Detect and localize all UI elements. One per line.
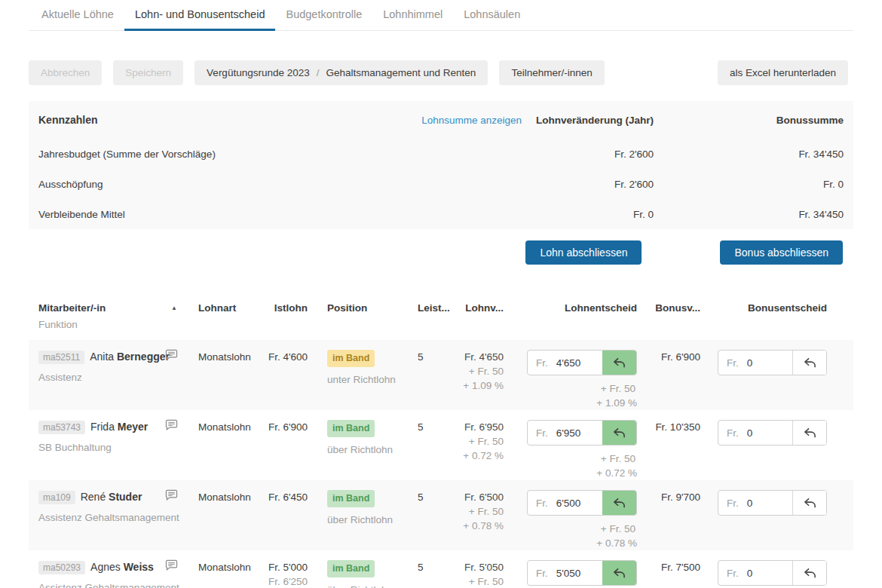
finalize-actions: Lohn abschliessen Bonus abschliessen: [29, 240, 843, 265]
column-header-lohnart[interactable]: Lohnart: [198, 302, 255, 314]
leistung-value: 5: [418, 346, 451, 364]
breadcrumb-round[interactable]: Vergütungsrunde 2023: [207, 67, 310, 78]
breadcrumb-unit[interactable]: Gehaltsmanagement und Renten: [326, 67, 476, 78]
lohn-value: Fr. 2'600: [522, 179, 654, 190]
employee-last-name: Studer: [109, 491, 142, 503]
bonusv-value: Fr. 10'350: [637, 416, 700, 434]
lohn-input[interactable]: [556, 426, 602, 440]
tab-budgetkontrolle[interactable]: Budgetkontrolle: [275, 0, 372, 31]
lohnv-delta-pct: + 0.78 %: [451, 519, 504, 533]
column-header-mitarbeiter[interactable]: Mitarbeiter/-in ▲ Funktion: [38, 302, 198, 330]
bonusv-value: Fr. 9'700: [637, 486, 700, 504]
istlohn-value: Fr. 6'900: [255, 416, 308, 434]
lohn-delta-chf: + Fr. 50: [504, 381, 637, 396]
comment-icon[interactable]: [165, 559, 178, 574]
lohnv-delta-chf: + Fr. 50: [451, 434, 504, 449]
lohnart-value: Monatslohn: [198, 486, 255, 504]
lohnv-delta-chf: + Fr. 50: [451, 364, 504, 378]
employee-function: Assistenz Gehaltsmanagement: [38, 580, 198, 588]
currency-prefix: Fr.: [536, 496, 548, 510]
currency-prefix: Fr.: [536, 356, 548, 370]
undo-bonus-button[interactable]: [792, 421, 826, 445]
column-header-leistung[interactable]: Leist...: [418, 302, 451, 314]
undo-lohn-button[interactable]: [602, 491, 636, 515]
lohn-delta-chf: + Fr. 50: [504, 452, 637, 466]
row-label: Ausschöpfung: [38, 179, 522, 190]
band-note: über Richtlohn: [327, 583, 418, 588]
lohn-input[interactable]: [556, 356, 602, 370]
lohnv-value: Fr. 4'650: [451, 350, 504, 364]
employee-function: Assistenz: [38, 370, 198, 384]
undo-bonus-button[interactable]: [792, 561, 826, 585]
band-badge: im Band: [327, 560, 375, 577]
leistung-value: 5: [418, 556, 451, 574]
tab-aktuelle-loehne[interactable]: Aktuelle Löhne: [31, 0, 124, 31]
band-note: über Richtlohn: [327, 513, 418, 527]
lohn-input[interactable]: [556, 496, 602, 510]
tab-lohnsaeulen[interactable]: Lohnsäulen: [453, 0, 531, 31]
undo-bonus-button[interactable]: [792, 491, 826, 515]
bonus-input-group: Fr.: [718, 490, 827, 516]
bonus-value: Fr. 34'450: [654, 149, 844, 160]
bonus-input[interactable]: [747, 426, 792, 440]
lohn-input[interactable]: [556, 566, 602, 580]
excel-download-button[interactable]: als Excel herunterladen: [718, 60, 848, 85]
lohnv-delta-pct: + 0.72 %: [451, 449, 504, 463]
lohnart-value: Monatslohn: [198, 346, 255, 364]
band-note: über Richtlohn: [327, 443, 418, 457]
currency-prefix: Fr.: [727, 356, 739, 370]
employee-table: Mitarbeiter/-in ▲ Funktion Lohnart Istlo…: [29, 302, 853, 588]
cancel-button[interactable]: Abbrechen: [29, 60, 102, 85]
bonus-input[interactable]: [747, 566, 792, 580]
column-header-bonusentscheid[interactable]: Bonusentscheid: [700, 302, 827, 314]
leistung-value: 5: [418, 416, 451, 434]
kennzahlen-row-jahresbudget: Jahresbudget (Summe der Vorschläge) Fr. …: [38, 139, 844, 169]
currency-prefix: Fr.: [727, 426, 739, 440]
column-header-lohnentscheid[interactable]: Lohnentscheid: [504, 302, 637, 314]
lohnv-delta-chf: + Fr. 50: [451, 574, 504, 588]
lohnv-value: Fr. 6'500: [451, 490, 504, 504]
comment-icon[interactable]: [165, 349, 178, 364]
employee-last-name: Bernegger: [117, 351, 170, 363]
employee-id-badge: ma52511: [38, 351, 84, 364]
bonus-abschliessen-button[interactable]: Bonus abschliessen: [720, 240, 843, 265]
column-header-istlohn[interactable]: Istlohn: [255, 302, 308, 314]
employee-function: SB Buchhaltung: [38, 440, 198, 455]
comment-icon[interactable]: [165, 419, 178, 434]
lohn-input-group: Fr.: [527, 420, 637, 446]
bonus-input[interactable]: [747, 496, 792, 510]
tab-lohnhimmel[interactable]: Lohnhimmel: [372, 0, 453, 31]
undo-bonus-button[interactable]: [792, 351, 826, 375]
band-badge: im Band: [327, 490, 375, 507]
column-lohnveraenderung: Lohnveränderung (Jahr): [522, 115, 654, 126]
bonus-value: Fr. 0: [654, 179, 844, 190]
employee-first-name: René: [81, 491, 106, 503]
lohnv-delta-pct: + 1.09 %: [451, 378, 504, 393]
comment-icon[interactable]: [165, 489, 178, 504]
breadcrumb: Vergütungsrunde 2023 / Gehaltsmanagement…: [194, 60, 488, 85]
undo-lohn-button[interactable]: [602, 561, 636, 585]
bonus-value: Fr. 34'450: [654, 209, 844, 220]
bonus-input[interactable]: [747, 356, 792, 370]
row-label: Jahresbudget (Summe der Vorschläge): [38, 149, 522, 160]
column-header-bonusv[interactable]: Bonusv...: [637, 302, 700, 314]
participants-button[interactable]: Teilnehmer/-innen: [499, 60, 604, 85]
employee-last-name: Weiss: [124, 561, 154, 573]
save-button[interactable]: Speichern: [113, 60, 183, 85]
undo-lohn-button[interactable]: [602, 421, 636, 445]
lohn-input-group: Fr.: [527, 350, 637, 375]
tab-lohn-und-bonusentscheid[interactable]: Lohn- und Bonusentscheid: [124, 0, 276, 31]
employee-first-name: Frida: [90, 421, 115, 433]
lohnsumme-anzeigen-link[interactable]: Lohnsumme anzeigen: [371, 115, 522, 126]
bonusv-value: Fr. 7'500: [637, 556, 700, 574]
column-header-lohnv[interactable]: Lohnv...: [451, 302, 504, 314]
currency-prefix: Fr.: [727, 496, 739, 510]
column-header-position[interactable]: Position: [308, 302, 418, 314]
employee-first-name: Agnes: [90, 561, 121, 573]
kennzahlen-row-verbleibende-mittel: Verbleibende Mittel Fr. 0 Fr. 34'450: [38, 199, 844, 229]
lohn-abschliessen-button[interactable]: Lohn abschliessen: [525, 240, 642, 265]
lohn-input-group: Fr.: [527, 490, 637, 516]
undo-lohn-button[interactable]: [602, 351, 636, 375]
currency-prefix: Fr.: [536, 426, 548, 440]
lohn-delta-pct: + 0.78 %: [504, 536, 637, 550]
